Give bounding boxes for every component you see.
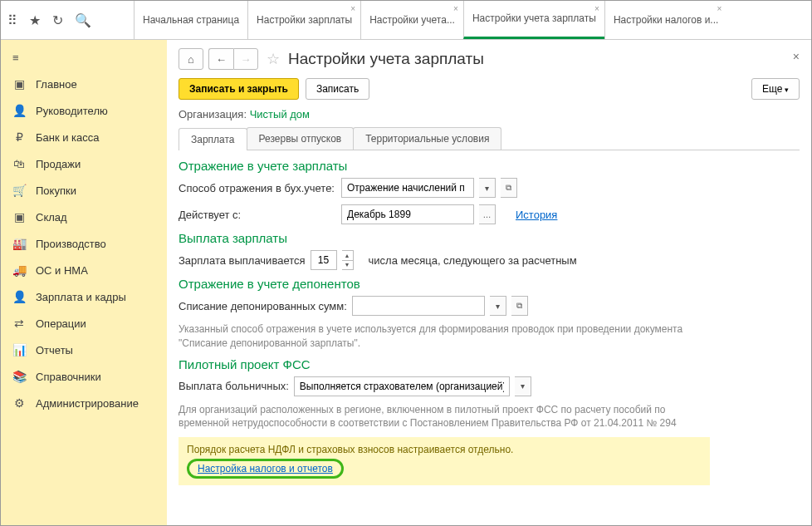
section-reflection-title: Отражение в учете зарплаты (179, 159, 800, 173)
tab-tax-settings[interactable]: Настройки налогов и...× (604, 1, 727, 39)
more-button[interactable]: Еще (751, 78, 800, 100)
favorite-icon[interactable]: ★ (29, 12, 41, 28)
box-icon: ▣ (12, 210, 26, 224)
sidebar-item-warehouse[interactable]: ▣Склад (1, 204, 167, 230)
search-icon[interactable]: 🔍 (75, 12, 91, 28)
payment-label: Зарплата выплачивается (179, 254, 306, 267)
date-input[interactable] (341, 204, 474, 224)
section-fss-title: Пилотный проект ФСС (179, 357, 800, 371)
day-spinner[interactable]: ▲▼ (342, 250, 354, 270)
organization-label: Организация: (179, 108, 247, 120)
dropdown-icon[interactable]: ▾ (515, 376, 531, 396)
gear-icon: ⚙ (12, 396, 26, 410)
close-icon[interactable]: × (594, 4, 599, 13)
close-icon[interactable]: × (350, 4, 355, 13)
main-icon: ▣ (12, 77, 26, 91)
back-button[interactable]: ← (208, 48, 233, 70)
sidebar-item-purchases[interactable]: 🛒Покупки (1, 177, 167, 204)
sidebar-item-hr[interactable]: 👤Зарплата и кадры (1, 283, 167, 310)
organization-row: Организация: Чистый дом (179, 108, 800, 120)
dropdown-icon[interactable]: ▾ (490, 296, 506, 316)
factory-icon: 🏭 (12, 237, 26, 250)
open-icon[interactable]: ⧉ (511, 296, 528, 316)
section-payment-title: Выплата зарплаты (179, 231, 800, 245)
payment-suffix: числа месяца, следующего за расчетным (369, 254, 577, 267)
highlight-text: Порядок расчета НДФЛ и страховых взносов… (187, 444, 702, 455)
close-icon[interactable]: × (717, 4, 722, 13)
close-page-icon[interactable]: × (793, 50, 800, 63)
tab-acct-settings[interactable]: Настройки учета...× (360, 1, 463, 39)
tab-bar: Начальная страница Настройки зарплаты× Н… (134, 1, 811, 39)
writeoff-note: Указанный способ отражения в учете испол… (179, 322, 710, 351)
spinner-up-icon[interactable]: ▲ (342, 251, 353, 261)
person-icon: 👤 (12, 290, 26, 303)
sickpay-label: Выплата больничных: (179, 380, 289, 392)
home-button[interactable]: ⌂ (179, 48, 203, 70)
section-deponents-title: Отражение в учете депонентов (179, 277, 800, 291)
history-icon[interactable]: ↻ (52, 12, 63, 28)
ops-icon: ⇄ (12, 317, 26, 330)
sidebar-item-catalogs[interactable]: 📚Справочники (1, 363, 167, 390)
date-label: Действует с: (179, 209, 336, 221)
sidebar-item-bank[interactable]: ₽Банк и касса (1, 124, 167, 150)
star-icon[interactable]: ☆ (267, 50, 280, 68)
tab-salary-accounting[interactable]: Настройки учета зарплаты× (463, 1, 604, 39)
subtab-territory[interactable]: Территориальные условия (353, 127, 501, 150)
subtab-salary[interactable]: Зарплата (179, 128, 247, 150)
sidebar-item-admin[interactable]: ⚙Администрирование (1, 390, 167, 416)
cart-icon: 🛒 (12, 184, 26, 197)
fss-note: Для организаций расположенных в регионе,… (179, 403, 710, 431)
save-button[interactable]: Записать (306, 78, 369, 100)
sidebar-toggle[interactable]: ≡ (1, 45, 167, 71)
dropdown-icon[interactable]: ▾ (479, 178, 496, 198)
sidebar: ≡ ▣Главное 👤Руководителю ₽Банк и касса 🛍… (1, 40, 167, 526)
method-label: Способ отражения в бух.учете: (179, 182, 336, 194)
organization-value[interactable]: Чистый дом (250, 108, 310, 120)
tax-settings-link[interactable]: Настройка налогов и отчетов (187, 459, 344, 479)
toolbar-icons: ⠿ ★ ↻ 🔍 (1, 1, 134, 39)
top-toolbar: ⠿ ★ ↻ 🔍 Начальная страница Настройки зар… (1, 1, 811, 40)
subtab-bar: Зарплата Резервы отпусков Территориальны… (179, 127, 800, 150)
close-icon[interactable]: × (453, 4, 458, 13)
sickpay-input[interactable] (294, 376, 510, 396)
page-header: ⌂ ← → ☆ Настройки учета зарплаты (179, 48, 800, 70)
tab-home[interactable]: Начальная страница (134, 1, 247, 39)
bag-icon: 🛍 (12, 157, 26, 170)
sidebar-item-main[interactable]: ▣Главное (1, 71, 167, 97)
sidebar-item-reports[interactable]: 📊Отчеты (1, 337, 167, 363)
truck-icon: 🚚 (12, 263, 26, 277)
books-icon: 📚 (12, 370, 26, 383)
sidebar-item-operations[interactable]: ⇄Операции (1, 310, 167, 337)
sidebar-item-assets[interactable]: 🚚ОС и НМА (1, 257, 167, 283)
writeoff-label: Списание депонированных сумм: (179, 300, 347, 312)
forward-button[interactable]: → (233, 48, 258, 70)
open-icon[interactable]: ⧉ (501, 178, 517, 198)
ruble-icon: ₽ (12, 130, 26, 144)
payment-day-input[interactable] (311, 250, 337, 270)
form-toolbar: Записать и закрыть Записать Еще (179, 78, 800, 100)
writeoff-input[interactable] (352, 296, 485, 316)
sidebar-item-sales[interactable]: 🛍Продажи (1, 150, 167, 177)
apps-icon[interactable]: ⠿ (7, 12, 17, 28)
highlight-box: Порядок расчета НДФЛ и страховых взносов… (179, 437, 710, 485)
sidebar-item-manager[interactable]: 👤Руководителю (1, 97, 167, 124)
chart-icon: 📊 (12, 343, 26, 356)
save-close-button[interactable]: Записать и закрыть (179, 78, 299, 100)
content-area: × ⌂ ← → ☆ Настройки учета зарплаты Запис… (167, 40, 811, 526)
method-input[interactable] (341, 178, 474, 198)
history-link[interactable]: История (516, 209, 557, 221)
manager-icon: 👤 (12, 104, 26, 117)
tab-salary-settings[interactable]: Настройки зарплаты× (247, 1, 360, 39)
page-title: Настройки учета зарплаты (288, 50, 484, 68)
spinner-down-icon[interactable]: ▼ (342, 261, 353, 270)
date-picker-icon[interactable]: … (479, 204, 496, 224)
sidebar-item-production[interactable]: 🏭Производство (1, 230, 167, 257)
subtab-reserves[interactable]: Резервы отпусков (247, 127, 355, 150)
